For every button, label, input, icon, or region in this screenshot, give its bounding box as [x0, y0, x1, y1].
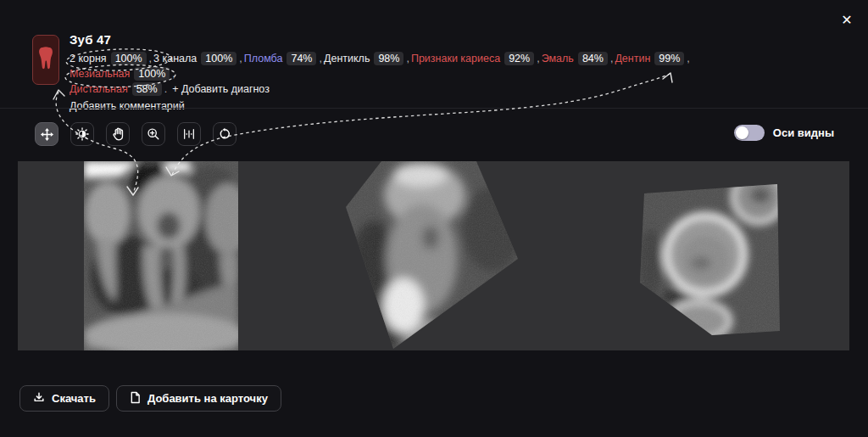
tool-pan-button[interactable] — [106, 122, 130, 146]
page-title: Зуб 47 — [70, 32, 798, 47]
rotate-arrow-icon — [218, 127, 231, 141]
tag-separator: , — [319, 53, 321, 64]
finding-tag-probability: 74% — [287, 52, 316, 65]
finding-tag-label: Признаки кариеса — [411, 53, 500, 64]
tool-windowing-button[interactable] — [177, 122, 201, 146]
tag-separator: , — [239, 53, 242, 64]
finding-tag-probability: 98% — [374, 52, 403, 65]
tooth-detail-modal: ✕ Зуб 47 2 корня100%,3 канала100%,Пломба… — [0, 0, 868, 437]
axial-slice[interactable] — [633, 178, 784, 343]
finding-tag-probability: 100% — [201, 52, 236, 65]
finding-tag-label: Дентикль — [324, 53, 370, 64]
finding-tag[interactable]: Дентикль98%, — [324, 51, 409, 66]
add-diagnosis-link[interactable]: + Добавить диагноз — [172, 81, 270, 97]
finding-tag[interactable]: Дентин99%, — [615, 51, 689, 66]
finding-tag[interactable]: 3 канала100%, — [153, 51, 242, 66]
magnifier-plus-icon — [147, 127, 160, 141]
download-label: Скачать — [52, 392, 96, 405]
finding-tag-probability: 84% — [578, 52, 608, 65]
viewer-toolbar — [35, 122, 236, 146]
coronal-slice[interactable] — [336, 161, 522, 354]
finding-tag[interactable]: Мезиальная100%, — [70, 66, 175, 81]
finding-tag[interactable]: Признаки кариеса92%, — [411, 51, 540, 66]
brightness-icon — [75, 127, 89, 141]
tool-zoom-in-button[interactable] — [142, 122, 165, 146]
tag-separator: , — [537, 53, 539, 64]
sagittal-slice[interactable] — [84, 161, 238, 354]
tooth-card — [32, 35, 59, 85]
tool-rotate-button[interactable] — [213, 122, 236, 146]
download-button[interactable]: Скачать — [19, 385, 109, 412]
finding-tag-probability: 58% — [132, 82, 162, 96]
add-to-card-label: Добавить на карточку — [147, 392, 268, 405]
document-icon — [130, 391, 141, 406]
axes-toggle-label: Оси видны — [773, 126, 834, 139]
finding-tag-label: Пломба — [244, 53, 283, 64]
tooth-icon — [38, 46, 53, 75]
finding-tag-probability: 100% — [111, 52, 147, 65]
tag-separator: , — [687, 53, 689, 64]
tag-separator: , — [610, 53, 613, 64]
finding-tag-label: 2 корня — [70, 53, 107, 64]
finding-tag-probability: 92% — [504, 52, 534, 65]
finding-tag-label: Эмаль — [542, 53, 574, 64]
tool-move-button[interactable] — [35, 122, 58, 146]
tag-separator: , — [406, 53, 409, 64]
finding-tag[interactable]: Дистальная58%. — [70, 81, 167, 97]
finding-tag[interactable]: Эмаль84%, — [542, 51, 614, 66]
tag-separator: , — [149, 53, 152, 64]
tag-separator: . — [164, 83, 167, 95]
close-button[interactable]: ✕ — [836, 8, 858, 31]
finding-tag-probability: 100% — [134, 67, 170, 81]
add-comment-link[interactable]: Добавить комментарий — [70, 100, 185, 112]
finding-tag-label: Дистальная — [70, 83, 128, 95]
header: Зуб 47 2 корня100%,3 канала100%,Пломба74… — [70, 32, 798, 113]
axes-toggle[interactable] — [734, 125, 765, 141]
slice-strip — [18, 161, 849, 350]
finding-tag-label: Мезиальная — [70, 68, 130, 80]
finding-tag[interactable]: Пломба74%, — [244, 51, 322, 66]
finding-tag-label: 3 канала — [153, 53, 197, 64]
level-slider-icon — [182, 127, 196, 141]
close-icon: ✕ — [841, 12, 852, 28]
move-icon — [40, 127, 54, 142]
axes-toggle-group: Оси видны — [734, 125, 834, 141]
finding-tag-probability: 99% — [654, 52, 684, 65]
download-icon — [33, 391, 45, 406]
finding-tag[interactable]: 2 корня100%, — [70, 51, 152, 66]
tool-brightness-button[interactable] — [70, 122, 94, 146]
finding-tag-label: Дентин — [615, 53, 650, 64]
toggle-knob-icon — [736, 126, 748, 139]
add-to-card-button[interactable]: Добавить на карточку — [116, 385, 281, 412]
tag-separator: , — [172, 68, 175, 80]
hand-icon — [112, 127, 125, 141]
header-divider — [0, 108, 868, 109]
tooth-tags: 2 корня100%,3 канала100%,Пломба74%,Денти… — [70, 51, 786, 97]
